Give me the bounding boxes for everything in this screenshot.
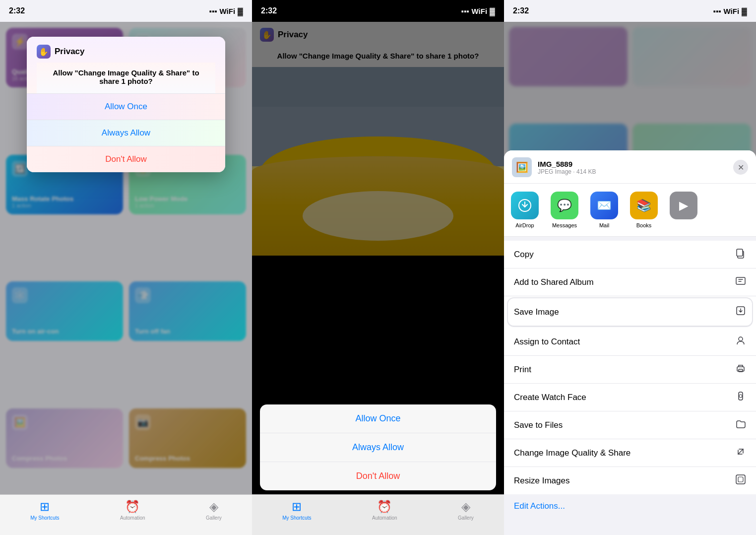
wifi-icon-3: WiFi [724,7,740,15]
signal-icon-2: ▪▪▪ [461,7,469,15]
privacy-title: Privacy [55,47,85,57]
tab-label-2: Gallery [458,515,474,521]
action-save-image[interactable]: Save Image [508,298,752,326]
action-label: Save to Files [514,420,563,430]
shortcuts-tab-icon-2: ⊞ [292,500,302,514]
always-allow-button[interactable]: Always Allow [27,120,225,146]
tab-automation[interactable]: ⏰ Automation [120,500,145,521]
wifi-icon: WiFi [220,7,236,15]
share-app-more[interactable]: ▶ [669,192,698,228]
watch-face-icon [735,391,746,404]
panel-2: 2:32 ▪▪▪ WiFi ▓ ✋ Privacy Allow "Change … [252,0,504,535]
action-print[interactable]: Print [504,356,756,384]
tab-my-shortcuts-2[interactable]: ⊞ My Shortcuts [282,500,311,521]
share-file-icon: 🖼️ [512,157,532,177]
action-list: Copy Add to Shared Album [504,241,756,494]
action-label: Save Image [514,307,559,317]
tab-automation-2[interactable]: ⏰ Automation [372,500,397,521]
allow-once-button[interactable]: Allow Once [27,94,225,120]
edit-actions-link[interactable]: Edit Actions... [504,494,756,518]
status-bar: 2:32 ▪▪▪ WiFi ▓ [0,0,252,22]
action-label: Add to Shared Album [514,277,594,287]
action-resize-images[interactable]: Resize Images [504,467,756,494]
action-sheet-box: Allow Once Always Allow Don't Allow [260,404,496,490]
status-bar-2: 2:32 ▪▪▪ WiFi ▓ [252,0,504,22]
alert-header: ✋ Privacy Allow "Change Image Quality & … [27,37,225,93]
change-quality-icon [735,446,746,460]
share-file-size: JPEG Image · 414 KB [538,168,727,175]
action-add-shared-album[interactable]: Add to Shared Album [504,268,756,296]
share-app-airdrop[interactable]: AirDrop [510,192,540,228]
action-copy[interactable]: Copy [504,241,756,268]
action-change-quality[interactable]: Change Image Quality & Share [504,439,756,467]
allow-once-sheet[interactable]: Allow Once [260,404,496,433]
svg-rect-11 [736,277,745,284]
status-bar-3: 2:32 ▪▪▪ WiFi ▓ [504,0,756,22]
mail-icon: ✉️ [590,192,618,219]
battery-icon-3: ▓ [742,7,747,15]
save-image-icon [735,305,746,319]
share-file-info: IMG_5889 JPEG Image · 414 KB [538,160,727,175]
share-file-name: IMG_5889 [538,160,727,168]
svg-rect-10 [737,249,743,256]
automation-tab-icon-2: ⏰ [377,500,392,514]
action-label: Change Image Quality & Share [514,448,630,458]
airdrop-icon [511,192,539,219]
automation-tab-icon: ⏰ [125,500,140,514]
privacy-row: ✋ Privacy [37,45,215,59]
shortcuts-tab-icon: ⊞ [40,500,50,514]
wifi-icon-2: WiFi [472,7,488,15]
resize-images-icon [735,474,746,487]
svg-rect-15 [739,369,743,372]
tab-my-shortcuts[interactable]: ⊞ My Shortcuts [30,500,59,521]
books-label: Books [636,222,652,228]
assign-contact-icon [735,335,746,348]
dont-allow-sheet[interactable]: Don't Allow [260,462,496,490]
more-icon: ▶ [670,192,697,219]
action-assign-contact[interactable]: Assign to Contact [504,328,756,356]
status-icons-2: ▪▪▪ WiFi ▓ [461,7,495,15]
tab-label: Gallery [206,515,222,521]
svg-point-17 [739,395,742,398]
privacy-alert: ✋ Privacy Allow "Change Image Quality & … [27,37,225,172]
action-save-files[interactable]: Save to Files [504,411,756,439]
action-watch-face[interactable]: Create Watch Face [504,384,756,411]
share-app-books[interactable]: 📚 Books [629,192,659,228]
airdrop-label: AirDrop [515,222,534,228]
share-close-button[interactable]: ✕ [733,160,748,175]
panel-3: 2:32 ▪▪▪ WiFi ▓ 🖼️ IMG_5889 JPEG Image ·… [504,0,756,535]
svg-rect-19 [738,477,743,482]
action-label: Create Watch Face [514,393,586,402]
share-sheet: 🖼️ IMG_5889 JPEG Image · 414 KB ✕ AirDro… [504,150,756,535]
alert-overlay: ✋ Privacy Allow "Change Image Quality & … [0,22,252,535]
tab-label: My Shortcuts [30,515,59,521]
tab-label-2: My Shortcuts [282,515,311,521]
tab-gallery-2[interactable]: ◈ Gallery [458,500,474,521]
save-files-icon [735,418,746,432]
messages-icon: 💬 [551,192,578,219]
action-label: Resize Images [514,476,569,486]
messages-label: Messages [552,222,577,228]
action-sheet: Allow Once Always Allow Don't Allow [252,401,504,494]
tab-label: Automation [120,515,145,521]
status-bar-inner-3: 2:32 ▪▪▪ WiFi ▓ [504,0,756,22]
share-app-messages[interactable]: 💬 Messages [550,192,579,228]
tab-gallery[interactable]: ◈ Gallery [206,500,222,521]
svg-point-13 [739,337,743,341]
tab-bar-2: ⊞ My Shortcuts ⏰ Automation ◈ Gallery [252,494,504,535]
action-label: Assign to Contact [514,337,580,347]
share-app-mail[interactable]: ✉️ Mail [589,192,619,228]
tab-label-2: Automation [372,515,397,521]
shared-album-icon [735,275,746,289]
share-apps-row: AirDrop 💬 Messages ✉️ Mail 📚 Books ▶ [504,184,756,237]
dont-allow-button[interactable]: Don't Allow [27,146,225,172]
always-allow-sheet[interactable]: Always Allow [260,433,496,462]
signal-icon: ▪▪▪ [209,7,217,15]
battery-icon-2: ▓ [490,7,495,15]
status-icons-3: ▪▪▪ WiFi ▓ [713,7,747,15]
tab-bar: ⊞ My Shortcuts ⏰ Automation ◈ Gallery [0,494,252,535]
battery-icon: ▓ [238,7,243,15]
status-icons: ▪▪▪ WiFi ▓ [209,7,243,15]
panel-1: ⚡ Quality & Share 16 actions 🔄 Re-size I… [0,0,252,535]
action-label: Print [514,365,531,375]
